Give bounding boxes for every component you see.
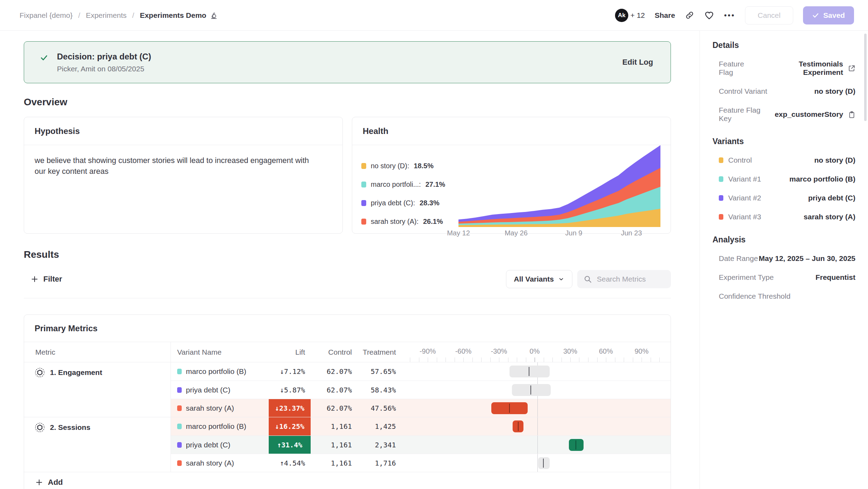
axis-tick (651, 357, 651, 362)
axis-tick (579, 357, 579, 362)
axis-tick (642, 357, 642, 362)
search-metrics-input[interactable] (597, 275, 663, 283)
collaborators-count[interactable]: + 12 (630, 11, 645, 20)
confidence-interval-cell (410, 436, 665, 454)
avatar[interactable]: Ak (615, 9, 628, 22)
variant-name: marco portfolio (B) (186, 422, 246, 431)
decision-title: Decision: priya debt (C) (57, 52, 622, 62)
breadcrumb: Fixpanel {demo} / Experiments / Experime… (20, 11, 218, 20)
saved-button[interactable]: Saved (803, 6, 854, 24)
variant-slot-name: Variant #1 (728, 175, 761, 183)
breadcrumb-project[interactable]: Fixpanel {demo} (20, 11, 73, 20)
table-row[interactable]: priya debt (C)↓5.87%62.07%58.43% (171, 381, 671, 399)
axis-tick (633, 357, 633, 362)
variant-slot-name: Variant #2 (728, 194, 761, 202)
cell-gap (399, 417, 410, 435)
details-label: Control Variant (719, 87, 767, 95)
axis-tick (499, 357, 499, 362)
confidence-median-line (530, 385, 531, 395)
variant-color-dot (719, 195, 723, 201)
metric-cell[interactable]: 2. Sessions (24, 417, 171, 472)
details-row: Feature FlagTestimonials Experiment (713, 60, 855, 77)
share-button[interactable]: Share (655, 11, 675, 20)
confidence-interval-bar[interactable] (569, 439, 584, 451)
variant-slot-name: Control (728, 156, 752, 164)
metric-group: 1. Engagementmarco portfolio (B)↓7.12%62… (24, 362, 671, 417)
variant-label: Variant #2 (719, 194, 761, 202)
clipboard-icon[interactable] (848, 111, 855, 118)
axis-tick (606, 357, 606, 362)
legend-label: sarah story (A): (371, 218, 419, 226)
table-row[interactable]: sarah story (A)↑4.54%1,1611,716 (171, 454, 671, 472)
metric-cell[interactable]: 1. Engagement (24, 362, 171, 417)
confidence-interval-bar[interactable] (509, 366, 550, 377)
table-row[interactable]: sarah story (A)↓23.37%62.07%47.56% (171, 399, 671, 417)
axis-tick-label: 90% (635, 347, 649, 355)
variant-name-cell: priya debt (C) (171, 381, 269, 399)
control-cell: 62.07% (311, 399, 355, 417)
variant-color-dot (177, 369, 182, 374)
hypothesis-card: Hypothesis we believe that showing custo… (24, 117, 343, 234)
more-options-icon[interactable]: ••• (724, 11, 735, 20)
health-legend-item: priya debt (C): 28.3% (361, 199, 458, 207)
details-row: Control Variantno story (D) (713, 87, 855, 95)
confidence-interval-bar[interactable] (538, 457, 550, 469)
cancel-button[interactable]: Cancel (745, 6, 793, 24)
variant-label: Variant #3 (719, 213, 761, 221)
treatment-cell: 58.43% (355, 381, 399, 399)
breadcrumb-separator: / (78, 11, 80, 20)
cell-gap (399, 381, 410, 399)
external-link-icon[interactable] (848, 64, 855, 72)
health-legend-item: no story (D): 18.5% (361, 162, 458, 170)
lift-cell: ↓5.87% (269, 381, 311, 399)
decision-check-icon (39, 53, 49, 62)
details-heading: Details (713, 41, 855, 50)
analysis-heading: Analysis (713, 235, 855, 244)
metrics-table-header: Metric Variant Name Lift Control Treatme… (24, 342, 671, 362)
variants-section: Variants Controlno story (D)Variant #1ma… (713, 137, 855, 221)
axis-tick (446, 357, 446, 362)
analysis-label: Confidence Threshold (719, 292, 790, 300)
chevron-down-icon (558, 276, 564, 282)
axis-tick (463, 357, 464, 362)
variant-row: Variant #3sarah story (A) (713, 213, 855, 221)
variants-heading: Variants (713, 137, 855, 146)
add-filter-button[interactable]: Filter (24, 275, 62, 284)
confidence-interval-bar[interactable] (512, 384, 551, 396)
decision-subtitle: Picker, Amit on 08/05/2025 (57, 65, 622, 73)
add-metric-button[interactable]: Add (24, 472, 671, 489)
legend-swatch (361, 182, 366, 187)
health-legend: no story (D): 18.5%marco portfoli...: 27… (361, 151, 458, 238)
zero-line (537, 436, 538, 454)
variant-row: Variant #2priya debt (C) (713, 194, 855, 202)
favorite-icon[interactable] (704, 10, 714, 20)
primary-metrics-title: Primary Metrics (24, 315, 671, 342)
metric-icon (35, 367, 45, 378)
details-value-text: no story (D) (814, 87, 855, 95)
search-metrics-box (577, 270, 671, 288)
breadcrumb-experiments[interactable]: Experiments (86, 11, 127, 20)
health-x-tick-label: Jun 23 (621, 229, 642, 237)
table-row[interactable]: marco portfolio (B)↓16.25%1,1611,425 (171, 417, 671, 435)
variants-dropdown[interactable]: All Variants (506, 270, 572, 288)
copy-link-icon[interactable] (685, 10, 694, 20)
cell-gap (399, 454, 410, 472)
edit-log-button[interactable]: Edit Log (622, 58, 653, 67)
analysis-row: Confidence Threshold (713, 292, 855, 300)
confidence-median-line (529, 367, 529, 376)
axis-tick-label: -30% (491, 347, 507, 355)
axis-tick-label: 30% (563, 347, 577, 355)
variant-name-cell: sarah story (A) (171, 454, 269, 472)
experiments-page: Fixpanel {demo} / Experiments / Experime… (0, 0, 868, 489)
axis-tick-label: 0% (530, 347, 540, 355)
axis-tick (544, 357, 544, 362)
scrollbar[interactable] (864, 34, 867, 121)
hypothesis-text[interactable]: we believe that showing customer stories… (24, 145, 325, 186)
axis-tick (437, 357, 437, 362)
axis-tick (455, 357, 455, 362)
table-row[interactable]: priya debt (C)↑31.4%1,1612,341 (171, 435, 671, 454)
axis-tick (410, 357, 410, 362)
axis-tick (428, 357, 428, 362)
health-title: Health (352, 117, 671, 145)
table-row[interactable]: marco portfolio (B)↓7.12%62.07%57.65% (171, 362, 671, 381)
